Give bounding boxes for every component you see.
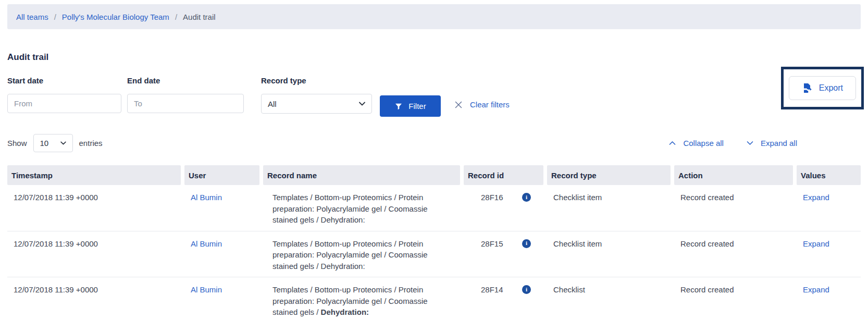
record-name-cell: Templates / Bottom-up Proteomics / Prote… — [263, 277, 460, 319]
timestamp-cell: 12/07/2018 11:39 +0000 — [7, 185, 181, 231]
info-icon[interactable]: i — [522, 285, 531, 294]
info-icon[interactable]: i — [522, 193, 531, 202]
start-date-label: Start date — [7, 76, 121, 85]
clear-x-icon — [454, 101, 463, 109]
start-date-input[interactable] — [7, 94, 121, 113]
entries-label: entries — [79, 139, 103, 148]
user-link[interactable]: Al Bumin — [191, 239, 222, 248]
expand-values-link[interactable]: Expand — [803, 239, 829, 248]
column-header-user: User — [184, 165, 259, 185]
chevron-down-icon — [359, 102, 365, 106]
action-cell: Record created — [674, 185, 793, 231]
record-id-cell: 28F14 i — [464, 277, 543, 319]
action-cell: Record created — [674, 277, 793, 319]
breadcrumb: All teams/Polly's Molecular Biology Team… — [7, 4, 861, 29]
filter-button-label: Filter — [408, 102, 426, 111]
record-type-selected-value: All — [268, 100, 277, 108]
expand-values-link[interactable]: Expand — [803, 193, 829, 202]
export-button-label: Export — [819, 83, 843, 93]
funnel-icon — [394, 102, 403, 111]
column-header-record-id: Record id — [464, 165, 543, 185]
entries-selected-value: 10 — [40, 139, 49, 148]
export-button[interactable]: Export — [789, 76, 856, 100]
expand-all-label: Expand all — [761, 139, 797, 148]
timestamp-cell: 12/07/2018 11:39 +0000 — [7, 231, 181, 277]
breadcrumb-item[interactable]: Polly's Molecular Biology Team — [62, 13, 169, 21]
record-id-cell: 28F16 i — [464, 185, 543, 231]
column-header-values: Values — [797, 165, 861, 185]
record-type-cell: Checklist item — [547, 231, 671, 277]
audit-trail-table: TimestampUserRecord nameRecord idRecord … — [7, 165, 861, 319]
filter-button[interactable]: Filter — [380, 95, 441, 117]
breadcrumb-item: Audit trail — [183, 13, 216, 21]
show-label: Show — [7, 139, 27, 148]
record-type-label: Record type — [261, 76, 372, 85]
table-row: 12/07/2018 11:39 +0000 Al Bumin Template… — [7, 277, 861, 319]
column-header-timestamp: Timestamp — [7, 165, 181, 185]
table-header-row: TimestampUserRecord nameRecord idRecord … — [7, 165, 861, 185]
export-highlight-box: Export — [781, 67, 864, 109]
chevron-up-icon — [669, 141, 676, 145]
clear-filters-label: Clear filters — [470, 100, 510, 109]
chevron-down-icon — [60, 141, 66, 145]
column-header-action: Action — [674, 165, 793, 185]
page-title: Audit trail — [7, 52, 861, 63]
breadcrumb-separator: / — [54, 13, 56, 21]
record-name-cell: Templates / Bottom-up Proteomics / Prote… — [263, 231, 460, 277]
user-link[interactable]: Al Bumin — [191, 193, 222, 202]
record-type-select[interactable]: All — [261, 94, 372, 114]
expand-all-link[interactable]: Expand all — [747, 139, 797, 148]
record-type-cell: Checklist item — [547, 185, 671, 231]
chevron-down-icon — [747, 141, 753, 145]
column-header-record-type: Record type — [547, 165, 671, 185]
table-row: 12/07/2018 11:39 +0000 Al Bumin Template… — [7, 185, 861, 231]
action-cell: Record created — [674, 231, 793, 277]
collapse-all-label: Collapse all — [683, 139, 724, 148]
info-icon[interactable]: i — [522, 239, 531, 248]
record-name-cell: Templates / Bottom-up Proteomics / Prote… — [263, 185, 460, 231]
user-link[interactable]: Al Bumin — [191, 285, 222, 294]
entries-per-page-select[interactable]: 10 — [33, 134, 73, 152]
end-date-input[interactable] — [127, 94, 244, 113]
record-type-cell: Checklist — [547, 277, 671, 319]
expand-values-link[interactable]: Expand — [803, 285, 829, 294]
breadcrumb-separator: / — [175, 13, 177, 21]
record-id-cell: 28F15 i — [464, 231, 543, 277]
column-header-record-name: Record name — [263, 165, 460, 185]
table-row: 12/07/2018 11:39 +0000 Al Bumin Template… — [7, 231, 861, 277]
clear-filters-link[interactable]: Clear filters — [454, 100, 510, 109]
collapse-all-link[interactable]: Collapse all — [669, 139, 724, 148]
end-date-label: End date — [127, 76, 244, 85]
timestamp-cell: 12/07/2018 11:39 +0000 — [7, 277, 181, 319]
export-file-icon — [802, 83, 812, 93]
breadcrumb-item[interactable]: All teams — [16, 13, 48, 21]
